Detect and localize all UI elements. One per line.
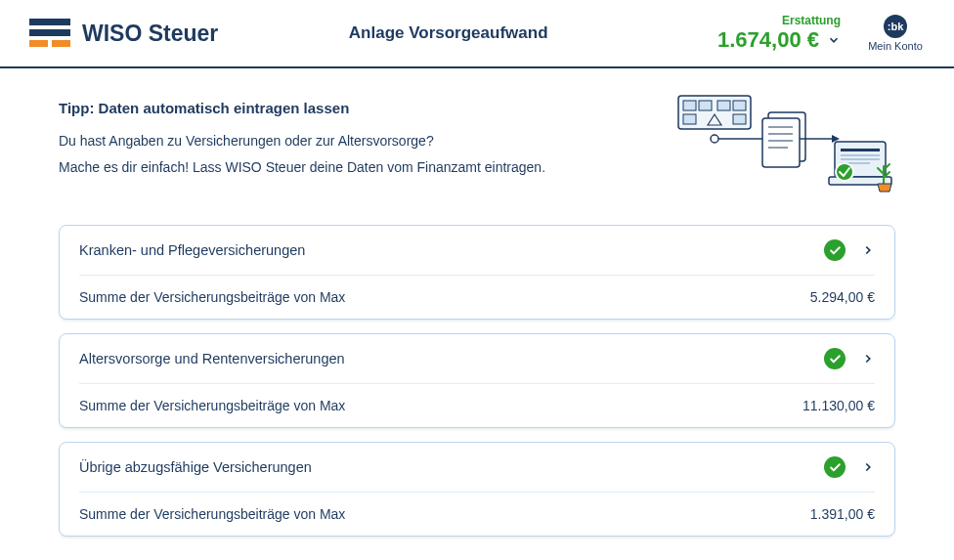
svg-rect-3 [717, 101, 730, 110]
refund-label: Erstattung [782, 14, 841, 27]
refund-area[interactable]: Erstattung 1.674,00 € [717, 14, 841, 53]
data-transfer-illustration [671, 88, 895, 195]
svg-rect-19 [841, 154, 880, 156]
card-sum-value: 11.130,00 € [802, 398, 875, 413]
tip-title: Tipp: Daten automatisch eintragen lassen [59, 100, 651, 116]
svg-rect-4 [733, 101, 746, 110]
svg-rect-1 [683, 101, 696, 110]
card-title: Altersvorsorge und Rentenversicherungen [79, 351, 824, 366]
card-title: Kranken- und Pflegeversicherungen [79, 242, 824, 258]
card-kranken-pflege: Kranken- und Pflegeversicherungen Summe … [59, 225, 895, 320]
tip-line-2: Mache es dir einfach! Lass WISO Steuer d… [59, 154, 651, 181]
account-label: Mein Konto [868, 40, 923, 52]
check-badge-icon [824, 348, 846, 369]
card-uebrige: Übrige abzugsfähige Versicherungen Summe… [59, 442, 895, 537]
card-body: Summe der Versicherungsbeiträge von Max … [79, 383, 875, 427]
card-sum-value: 1.391,00 € [810, 506, 875, 522]
chevron-right-icon [861, 352, 875, 366]
svg-rect-10 [762, 118, 800, 167]
svg-rect-2 [699, 101, 712, 110]
card-sum-value: 5.294,00 € [810, 289, 875, 305]
card-header[interactable]: Übrige abzugsfähige Versicherungen [60, 443, 894, 492]
chevron-right-icon [861, 460, 875, 474]
card-sum-label: Summe der Versicherungsbeiträge von Max [79, 506, 345, 522]
card-body: Summe der Versicherungsbeiträge von Max … [79, 275, 875, 319]
chevron-right-icon [861, 243, 875, 257]
svg-rect-5 [683, 114, 696, 124]
card-body: Summe der Versicherungsbeiträge von Max … [79, 492, 875, 536]
card-sum-label: Summe der Versicherungsbeiträge von Max [79, 398, 345, 413]
card-altersvorsorge: Altersvorsorge und Rentenversicherungen … [59, 333, 895, 428]
card-header[interactable]: Kranken- und Pflegeversicherungen [60, 226, 894, 275]
svg-rect-6 [733, 114, 746, 124]
check-badge-icon [824, 239, 846, 261]
check-badge-icon [824, 456, 846, 478]
tip-text: Tipp: Daten automatisch eintragen lassen… [59, 100, 651, 195]
svg-point-23 [836, 163, 853, 181]
refund-amount: 1.674,00 € [717, 27, 819, 53]
tip-section: Tipp: Daten automatisch eintragen lassen… [59, 100, 895, 195]
card-title: Übrige abzugsfähige Versicherungen [79, 459, 824, 475]
svg-point-8 [711, 135, 718, 143]
tip-line-1: Du hast Angaben zu Versicherungen oder z… [59, 128, 651, 154]
chevron-down-icon[interactable] [827, 33, 841, 47]
svg-rect-18 [841, 149, 880, 151]
svg-rect-20 [841, 158, 880, 160]
account-area[interactable]: :bk Mein Konto [866, 15, 925, 52]
app-header: WISO Steuer Anlage Vorsorgeaufwand Ersta… [0, 0, 954, 68]
account-icon: :bk [884, 15, 907, 38]
card-sum-label: Summe der Versicherungsbeiträge von Max [79, 289, 345, 305]
logo-icon [29, 19, 70, 48]
page-title: Anlage Vorsorgeaufwand [179, 23, 717, 43]
main-content: Tipp: Daten automatisch eintragen lassen… [0, 68, 954, 537]
card-header[interactable]: Altersvorsorge und Rentenversicherungen [60, 334, 894, 383]
